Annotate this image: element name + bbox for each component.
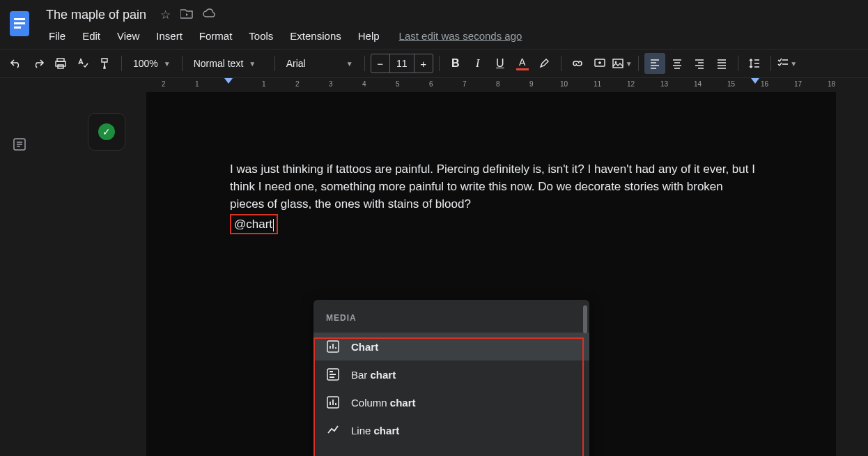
svg-rect-3	[14, 26, 21, 29]
text-color-button[interactable]: A	[512, 53, 533, 74]
popup-item-label: Line chart	[351, 422, 399, 439]
align-center-button[interactable]	[667, 53, 688, 74]
popup-item-bar-chart[interactable]: Bar chart	[313, 360, 589, 388]
line-spacing-button[interactable]	[744, 53, 765, 74]
indent-marker-left-icon[interactable]	[224, 78, 233, 85]
add-comment-button[interactable]	[589, 53, 610, 74]
align-justify-button[interactable]	[711, 53, 732, 74]
document-paragraph[interactable]: I was just thinking if tattoos are painf…	[230, 160, 759, 213]
align-left-button[interactable]	[644, 53, 665, 74]
highlight-button[interactable]	[534, 53, 555, 74]
column-chart-icon	[326, 395, 340, 409]
smart-chip-popup: MEDIA Chart Bar chart Column chart	[313, 300, 589, 456]
docs-logo[interactable]	[7, 7, 32, 40]
last-edit-link[interactable]: Last edit was seconds ago	[399, 30, 522, 42]
star-icon[interactable]: ☆	[160, 8, 171, 22]
indent-marker-right-icon[interactable]	[751, 78, 759, 85]
show-outline-button[interactable]	[9, 134, 30, 155]
popup-item-label: Chart	[351, 338, 378, 356]
font-size-increase[interactable]: +	[414, 54, 433, 73]
menu-tools[interactable]: Tools	[242, 27, 280, 45]
svg-rect-2	[14, 22, 25, 24]
font-size-input[interactable]: 11	[390, 54, 414, 73]
svg-point-9	[614, 61, 617, 63]
popup-item-column-chart[interactable]: Column chart	[313, 388, 589, 416]
cloud-status-icon[interactable]	[203, 8, 217, 22]
menu-help[interactable]: Help	[351, 27, 387, 45]
svg-rect-1	[14, 18, 25, 20]
document-page[interactable]: I was just thinking if tattoos are painf…	[146, 92, 836, 456]
italic-button[interactable]: I	[467, 53, 488, 74]
align-right-button[interactable]	[689, 53, 710, 74]
popup-scrollbar[interactable]	[583, 305, 587, 333]
checklist-button[interactable]: ▼	[777, 53, 798, 74]
bar-chart-icon	[326, 367, 340, 381]
paint-format-button[interactable]	[95, 53, 116, 74]
paragraph-style-select[interactable]: Normal text▼	[188, 54, 269, 73]
toolbar: 100%▼ Normal text▼ Arial▼ − 11 + B I U A…	[0, 49, 868, 78]
popup-item-chart[interactable]: Chart	[313, 333, 589, 360]
check-icon: ✓	[98, 123, 115, 140]
doc-title[interactable]: The maple of pain	[42, 6, 150, 24]
line-chart-icon	[326, 423, 340, 437]
ruler[interactable]: 2 1 1 2 3 4 5 6 7 8 9 10 11 12 13 14 15 …	[145, 78, 868, 92]
menu-insert[interactable]: Insert	[149, 27, 189, 45]
spellcheck-button[interactable]	[72, 53, 93, 74]
font-size-decrease[interactable]: −	[371, 54, 390, 73]
menu-edit[interactable]: Edit	[75, 27, 107, 45]
chart-icon	[326, 340, 340, 354]
print-button[interactable]	[50, 53, 71, 74]
menu-file[interactable]: File	[42, 27, 72, 45]
menu-extensions[interactable]: Extensions	[283, 27, 348, 45]
insert-image-button[interactable]: ▼	[612, 53, 633, 74]
undo-button[interactable]	[6, 53, 26, 74]
popup-item-label: Column chart	[351, 394, 416, 411]
menu-view[interactable]: View	[110, 27, 146, 45]
svg-rect-8	[613, 59, 623, 68]
move-icon[interactable]	[180, 8, 193, 22]
popup-section-files[interactable]: FILES ›	[313, 444, 589, 456]
at-mention-input[interactable]: @chart	[230, 214, 278, 234]
insert-link-button[interactable]	[567, 53, 588, 74]
svg-rect-5	[56, 61, 65, 66]
bold-button[interactable]: B	[445, 53, 466, 74]
popup-section-media: MEDIA	[313, 300, 589, 333]
redo-button[interactable]	[28, 53, 49, 74]
popup-item-label: Bar chart	[351, 366, 396, 383]
grammar-check-chip[interactable]: ✓	[88, 113, 125, 151]
menu-format[interactable]: Format	[192, 27, 240, 45]
font-select[interactable]: Arial▼	[281, 54, 359, 73]
popup-item-line-chart[interactable]: Line chart	[313, 416, 589, 444]
zoom-select[interactable]: 100%▼	[127, 54, 176, 73]
underline-button[interactable]: U	[490, 53, 511, 74]
